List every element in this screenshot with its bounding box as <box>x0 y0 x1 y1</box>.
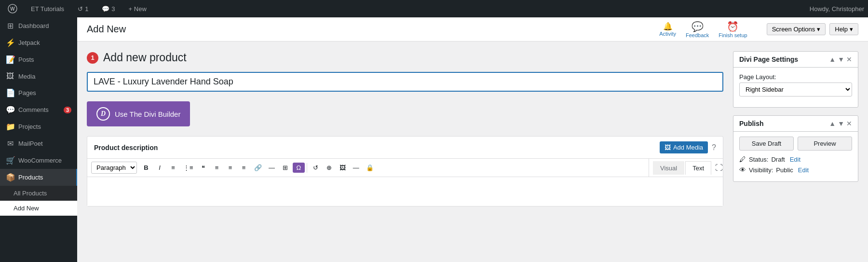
paragraph-select[interactable]: Paragraph <box>91 162 137 174</box>
divi-settings-title: Divi Page Settings <box>739 55 798 63</box>
publish-actions: Save Draft Preview <box>733 132 858 155</box>
toolbar-separator <box>307 163 307 173</box>
table-button[interactable]: ⊞ <box>279 162 292 173</box>
sidebar-item-media[interactable]: 🖼 Media <box>0 68 77 84</box>
sidebar-item-woocommerce[interactable]: 🛒 WooCommerce <box>0 152 77 169</box>
text-tab[interactable]: Text <box>685 161 711 175</box>
top-bar-right: 🔔 Activity 💬 Feedback ⏰ Finish setup Scr… <box>659 21 858 38</box>
help-button[interactable]: Help ▾ <box>829 23 858 35</box>
wp-logo-item[interactable]: W <box>4 0 21 17</box>
screen-options-arrow-icon: ▾ <box>817 26 820 33</box>
sidebar-item-add-new[interactable]: Add New <box>0 201 77 216</box>
page-content: 1 Add new product D Use The Divi Builder… <box>77 41 868 262</box>
undo-button[interactable]: ↺ <box>309 162 322 173</box>
save-draft-button[interactable]: Save Draft <box>739 137 794 151</box>
finish-setup-button[interactable]: ⏰ Finish setup <box>719 21 747 38</box>
add-media-button[interactable]: 🖼 Add Media <box>660 141 708 153</box>
svg-text:W: W <box>10 6 15 12</box>
sidebar-item-label: Dashboard <box>18 22 49 29</box>
new-label: + New <box>129 5 147 13</box>
align-left-button[interactable]: ≡ <box>211 162 223 173</box>
lock-button[interactable]: 🔒 <box>363 162 377 173</box>
page-title: Add New <box>87 24 126 35</box>
hr-button[interactable]: — <box>266 162 278 173</box>
page-layout-label: Page Layout: <box>739 73 852 81</box>
divi-settings-header[interactable]: Divi Page Settings ▲ ▼ ✕ <box>733 52 858 68</box>
sidebar-item-posts[interactable]: 📝 Posts <box>0 51 77 68</box>
blockquote-button[interactable]: ❝ <box>197 162 210 173</box>
feedback-button[interactable]: 💬 Feedback <box>686 21 709 38</box>
meta-box-controls: ▲ ▼ ✕ <box>829 55 852 63</box>
meta-box-close-button[interactable]: ✕ <box>846 55 852 63</box>
link-button[interactable]: 🔗 <box>251 162 265 173</box>
numbered-list-button[interactable]: ⋮≡ <box>180 162 196 173</box>
meta-box-up-button[interactable]: ▲ <box>829 55 836 63</box>
sidebar-item-label: Projects <box>18 123 41 130</box>
visibility-icon: 👁 <box>739 166 746 174</box>
revisions-item[interactable]: ↺ 1 <box>74 0 92 17</box>
italic-button[interactable]: I <box>153 162 166 173</box>
visibility-edit-link[interactable]: Edit <box>798 166 809 174</box>
sidebar-item-products[interactable]: 📦 Products <box>0 169 77 186</box>
pages-icon: 📄 <box>6 88 14 97</box>
align-center-button[interactable]: ≡ <box>224 162 237 173</box>
editor-box: Product description 🖼 Add Media ? <box>87 136 723 207</box>
comments-sidebar-icon: 💬 <box>6 105 14 114</box>
sidebar: ⊞ Dashboard ⚡ Jetpack 📝 Posts 🖼 Media 📄 … <box>0 17 77 262</box>
comments-count: 3 <box>111 5 115 13</box>
add-media-icon: 🖼 <box>665 144 671 151</box>
new-item[interactable]: + New <box>125 0 150 17</box>
editor-help-icon[interactable]: ? <box>712 143 716 152</box>
visual-text-tabs: Visual Text <box>649 159 715 177</box>
divi-builder-button[interactable]: D Use The Divi Builder <box>87 101 190 126</box>
page-layout-select[interactable]: Right Sidebar Left Sidebar Full Width <box>739 83 852 97</box>
finish-setup-icon: ⏰ <box>727 21 739 32</box>
editor-toolbar: Paragraph B I ≡ ⋮≡ ❝ ≡ <box>87 159 649 177</box>
sidebar-item-label: Pages <box>18 89 36 97</box>
sidebar-item-label: Jetpack <box>18 39 40 46</box>
meta-box-down-button[interactable]: ▼ <box>838 55 844 63</box>
publish-close-button[interactable]: ✕ <box>846 120 852 127</box>
top-bar-actions: Screen Options ▾ Help ▾ <box>767 23 858 35</box>
sidebar-item-label: WooCommerce <box>18 157 62 164</box>
more-button[interactable]: — <box>350 162 362 173</box>
comments-icon: 💬 <box>102 5 109 13</box>
main-wrap: ⊞ Dashboard ⚡ Jetpack 📝 Posts 🖼 Media 📄 … <box>0 17 868 262</box>
product-title-input[interactable] <box>87 72 723 92</box>
publish-header[interactable]: Publish ▲ ▼ ✕ <box>733 116 858 132</box>
screen-options-button[interactable]: Screen Options ▾ <box>767 23 826 35</box>
fullscreen-button[interactable]: ⛶ <box>715 159 723 177</box>
posts-icon: 📝 <box>6 55 14 64</box>
site-name-item[interactable]: ET Tutorials <box>27 0 68 17</box>
custom1-button[interactable]: ⊕ <box>323 162 335 173</box>
sidebar-item-all-products[interactable]: All Products <box>0 186 77 201</box>
sidebar-item-comments[interactable]: 💬 Comments 3 <box>0 101 77 118</box>
publish-up-button[interactable]: ▲ <box>829 120 836 127</box>
color-button[interactable]: Ω <box>293 163 305 173</box>
preview-button[interactable]: Preview <box>798 137 852 151</box>
status-edit-link[interactable]: Edit <box>790 156 800 163</box>
sidebar-item-projects[interactable]: 📁 Projects <box>0 118 77 135</box>
activity-icon-wrap: 🔔 <box>663 22 673 31</box>
step-badge: 1 <box>87 52 98 64</box>
publish-box: Publish ▲ ▼ ✕ Save Draft Preview <box>733 115 858 182</box>
publish-down-button[interactable]: ▼ <box>838 120 844 127</box>
sidebar-item-mailpoet[interactable]: ✉ MailPoet <box>0 135 77 152</box>
all-products-label: All Products <box>14 190 47 197</box>
activity-button[interactable]: 🔔 Activity <box>659 22 676 37</box>
editor-header-right: 🖼 Add Media ? <box>660 141 716 153</box>
visual-tab[interactable]: Visual <box>653 161 684 175</box>
editor-content-area[interactable] <box>87 177 723 206</box>
align-right-button[interactable]: ≡ <box>238 162 250 173</box>
comments-item[interactable]: 💬 3 <box>98 0 119 17</box>
sidebar-item-pages[interactable]: 📄 Pages <box>0 84 77 101</box>
media-button[interactable]: 🖼 <box>336 162 349 173</box>
bold-button[interactable]: B <box>140 162 152 173</box>
page-heading: 1 Add new product <box>87 51 723 64</box>
sidebar-item-label: Products <box>18 174 43 181</box>
bullet-list-button[interactable]: ≡ <box>167 162 179 173</box>
admin-bar-right: Howdy, Christopher <box>810 5 864 13</box>
sidebar-item-jetpack[interactable]: ⚡ Jetpack <box>0 34 77 51</box>
sidebar-item-label: Posts <box>18 56 34 63</box>
sidebar-item-dashboard[interactable]: ⊞ Dashboard <box>0 17 77 34</box>
